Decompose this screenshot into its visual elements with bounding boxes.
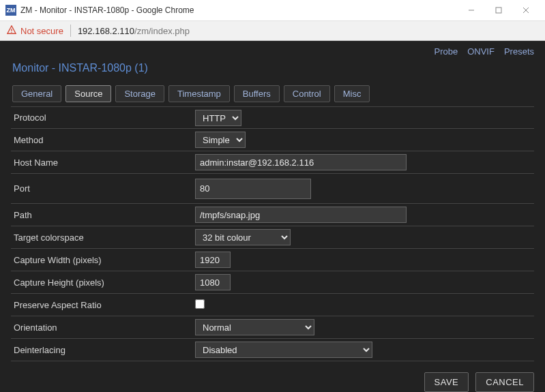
select-method[interactable]: Simple <box>195 132 246 148</box>
row-method: Method Simple <box>11 129 534 151</box>
tabs: General Source Storage Timestamp Buffers… <box>0 85 545 106</box>
cancel-button[interactable]: CANCEL <box>475 372 534 392</box>
input-capture-height[interactable] <box>195 274 231 290</box>
address-bar: Not secure 192.168.2.110/zm/index.php <box>0 20 545 41</box>
label-colorspace: Target colorspace <box>11 232 195 243</box>
page-content: Probe ONVIF Presets Monitor - INSTAR-108… <box>0 41 545 392</box>
tab-buffers[interactable]: Buffers <box>234 85 280 102</box>
bottom-actions: SAVE CANCEL <box>0 361 545 392</box>
tab-misc[interactable]: Misc <box>334 85 370 102</box>
label-path: Path <box>11 210 195 220</box>
app-icon: ZM <box>5 5 16 16</box>
addressbar-divider <box>70 25 71 37</box>
warning-icon <box>7 25 16 37</box>
row-path: Path <box>11 204 534 226</box>
label-deinterlacing: Deinterlacing <box>11 345 195 355</box>
label-capture-height: Capture Height (pixels) <box>11 277 195 288</box>
url-path: /zm/index.php <box>134 26 190 36</box>
label-port: Port <box>11 183 195 194</box>
row-orientation: Orientation Normal <box>11 316 534 339</box>
tab-source[interactable]: Source <box>65 85 111 102</box>
url[interactable]: 192.168.2.110/zm/index.php <box>78 26 190 36</box>
window-titlebar: ZM ZM - Monitor - INSTAR-1080p - Google … <box>0 0 545 20</box>
label-capture-width: Capture Width (pixels) <box>11 255 195 265</box>
row-deinterlacing: Deinterlacing Disabled <box>11 339 534 361</box>
select-colorspace[interactable]: 32 bit colour <box>195 229 291 245</box>
onvif-link[interactable]: ONVIF <box>467 46 495 57</box>
tab-control[interactable]: Control <box>284 85 330 102</box>
close-button[interactable] <box>512 0 540 20</box>
row-capture-height: Capture Height (pixels) <box>11 271 534 294</box>
label-preserve-aspect: Preserve Aspect Ratio <box>11 300 195 310</box>
probe-link[interactable]: Probe <box>434 46 458 57</box>
row-protocol: Protocol HTTP <box>11 106 534 129</box>
minimize-button[interactable] <box>458 0 485 20</box>
label-orientation: Orientation <box>11 322 195 333</box>
presets-link[interactable]: Presets <box>504 46 534 57</box>
url-host: 192.168.2.110 <box>78 26 134 36</box>
tab-general[interactable]: General <box>12 85 61 102</box>
row-port: Port <box>11 174 534 204</box>
row-hostname: Host Name <box>11 151 534 174</box>
input-path[interactable] <box>195 207 407 223</box>
page-title: Monitor - INSTAR-1080p (1) <box>0 59 545 85</box>
save-button[interactable]: SAVE <box>424 372 469 392</box>
top-links: Probe ONVIF Presets <box>0 41 545 59</box>
not-secure-label: Not secure <box>20 26 63 36</box>
label-protocol: Protocol <box>11 112 195 123</box>
row-colorspace: Target colorspace 32 bit colour <box>11 226 534 249</box>
input-port[interactable] <box>195 179 311 199</box>
select-orientation[interactable]: Normal <box>195 319 314 335</box>
form: Protocol HTTP Method Simple Host Name Po… <box>0 106 545 361</box>
svg-point-5 <box>11 31 12 32</box>
select-protocol[interactable]: HTTP <box>195 110 241 126</box>
svg-rect-1 <box>496 7 501 13</box>
tab-storage[interactable]: Storage <box>115 85 164 102</box>
input-capture-width[interactable] <box>195 252 231 268</box>
maximize-button[interactable] <box>485 0 512 20</box>
label-method: Method <box>11 135 195 145</box>
row-capture-width: Capture Width (pixels) <box>11 249 534 271</box>
input-hostname[interactable] <box>195 154 407 170</box>
tab-timestamp[interactable]: Timestamp <box>168 85 230 102</box>
label-hostname: Host Name <box>11 157 195 168</box>
select-deinterlacing[interactable]: Disabled <box>195 342 372 358</box>
checkbox-preserve-aspect[interactable] <box>195 299 205 309</box>
window-title: ZM - Monitor - INSTAR-1080p - Google Chr… <box>20 5 194 15</box>
row-preserve-aspect: Preserve Aspect Ratio <box>11 294 534 316</box>
